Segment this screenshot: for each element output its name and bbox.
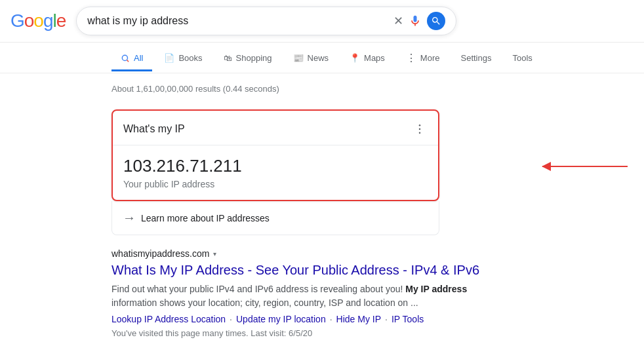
clear-icon[interactable]: ✕ bbox=[393, 14, 403, 28]
link-separator-2: · bbox=[385, 314, 388, 324]
ip-address: 103.216.71.211 bbox=[123, 156, 428, 176]
tab-tools-label: Tools bbox=[512, 53, 532, 63]
tab-tools[interactable]: Tools bbox=[503, 47, 541, 71]
svg-point-3 bbox=[419, 132, 421, 134]
books-icon: 📄 bbox=[164, 53, 174, 63]
result-link-3[interactable]: IP Tools bbox=[392, 314, 424, 324]
link-separator-1: · bbox=[330, 314, 332, 324]
organic-result: whatismyipaddress.com ▾ What Is My IP Ad… bbox=[111, 248, 505, 338]
red-arrow-annotation bbox=[542, 166, 628, 167]
result-link-1[interactable]: Update my IP location bbox=[236, 314, 326, 324]
news-icon: 📰 bbox=[293, 53, 304, 63]
svg-point-0 bbox=[122, 55, 127, 60]
learn-more-arrow-icon: → bbox=[123, 210, 136, 225]
search-bar: what is my ip address ✕ bbox=[76, 7, 456, 35]
tab-more-label: More bbox=[420, 53, 440, 63]
tab-all[interactable]: All bbox=[111, 47, 152, 71]
result-links: Lookup IP Address Location · Update my I… bbox=[111, 314, 505, 324]
result-visited: You've visited this page many times. Las… bbox=[111, 328, 505, 338]
logo-letter-o1: o bbox=[24, 10, 34, 31]
results-count: About 1,61,00,00,000 results (0.44 secon… bbox=[111, 79, 533, 99]
results-area: About 1,61,00,00,000 results (0.44 secon… bbox=[0, 73, 644, 349]
arrow-head bbox=[542, 162, 551, 171]
snippet-text-after: information shows your location; city, r… bbox=[111, 297, 418, 308]
shopping-icon: 🛍 bbox=[224, 53, 232, 63]
card-title: What's my IP bbox=[123, 123, 185, 135]
snippet-text-before: Find out what your public IPv4 and IPv6 … bbox=[111, 284, 405, 294]
tab-maps-label: Maps bbox=[364, 53, 385, 63]
more-icon: ⋮ bbox=[406, 52, 416, 64]
logo-letter-g2: g bbox=[43, 10, 53, 31]
featured-snippet-card: What's my IP 103.216.71.211 Your public … bbox=[111, 109, 439, 201]
learn-more-row[interactable]: → Learn more about IP addresses bbox=[111, 201, 439, 235]
header: Google what is my ip address ✕ bbox=[0, 0, 644, 43]
tab-books[interactable]: 📄 Books bbox=[155, 47, 211, 71]
annotation-container: What's my IP 103.216.71.211 Your public … bbox=[111, 109, 533, 201]
arrow-line bbox=[542, 166, 628, 167]
card-content: 103.216.71.211 Your public IP address bbox=[113, 145, 438, 200]
card-menu-button[interactable] bbox=[412, 121, 428, 137]
google-logo[interactable]: Google bbox=[10, 10, 66, 31]
result-source: whatismyipaddress.com ▾ bbox=[111, 248, 505, 259]
logo-letter-o2: o bbox=[33, 10, 43, 31]
svg-point-2 bbox=[419, 128, 421, 130]
logo-letter-e: e bbox=[56, 10, 66, 31]
nav-tabs: All 📄 Books 🛍 Shopping 📰 News 📍 Maps ⋮ M… bbox=[0, 45, 644, 73]
tab-settings[interactable]: Settings bbox=[451, 47, 500, 71]
ip-label: Your public IP address bbox=[123, 179, 428, 189]
tab-maps[interactable]: 📍 Maps bbox=[340, 47, 394, 71]
tab-news[interactable]: 📰 News bbox=[284, 47, 338, 71]
result-title[interactable]: What Is My IP Address - See Your Public … bbox=[111, 261, 505, 278]
card-header: What's my IP bbox=[113, 111, 438, 145]
maps-icon: 📍 bbox=[350, 53, 360, 63]
tab-all-label: All bbox=[134, 53, 143, 63]
search-button[interactable] bbox=[427, 12, 445, 30]
result-link-2[interactable]: Hide My IP bbox=[336, 314, 381, 324]
result-link-0[interactable]: Lookup IP Address Location bbox=[111, 314, 226, 324]
tab-news-label: News bbox=[308, 53, 329, 63]
result-domain: whatismyipaddress.com bbox=[111, 248, 209, 259]
logo-letter-g: G bbox=[10, 10, 24, 31]
svg-point-1 bbox=[419, 124, 421, 126]
tab-more[interactable]: ⋮ More bbox=[397, 45, 449, 73]
snippet-bold: My IP address bbox=[405, 284, 467, 294]
tab-settings-label: Settings bbox=[460, 53, 491, 63]
nav-right: Settings Tools bbox=[451, 47, 541, 71]
tab-shopping-label: Shopping bbox=[236, 53, 272, 63]
link-separator-0: · bbox=[230, 314, 232, 324]
mic-icon[interactable] bbox=[409, 14, 422, 28]
learn-more-text: Learn more about IP addresses bbox=[141, 213, 270, 223]
all-icon bbox=[121, 54, 130, 63]
result-domain-arrow: ▾ bbox=[213, 250, 216, 258]
tab-books-label: Books bbox=[178, 53, 202, 63]
tab-shopping[interactable]: 🛍 Shopping bbox=[214, 47, 281, 71]
result-snippet: Find out what your public IPv4 and IPv6 … bbox=[111, 282, 505, 310]
search-icons: ✕ bbox=[393, 12, 445, 30]
search-input[interactable]: what is my ip address bbox=[87, 15, 388, 27]
